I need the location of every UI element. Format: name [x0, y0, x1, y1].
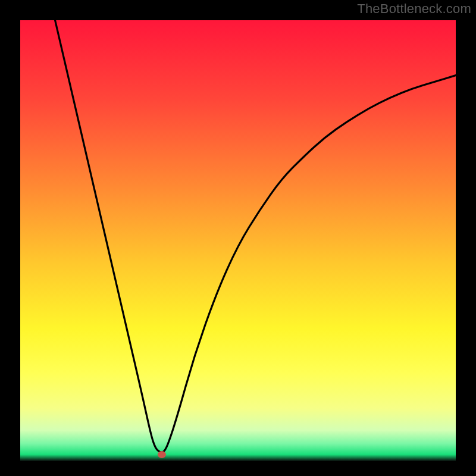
- svg-rect-4: [456, 0, 476, 476]
- optimal-marker: [158, 451, 166, 458]
- gradient-background: [20, 20, 456, 461]
- svg-rect-2: [0, 461, 476, 476]
- svg-rect-3: [0, 0, 20, 476]
- bottleneck-chart: [0, 0, 476, 476]
- watermark-text: TheBottleneck.com: [357, 1, 471, 17]
- chart-container: TheBottleneck.com: [0, 0, 476, 476]
